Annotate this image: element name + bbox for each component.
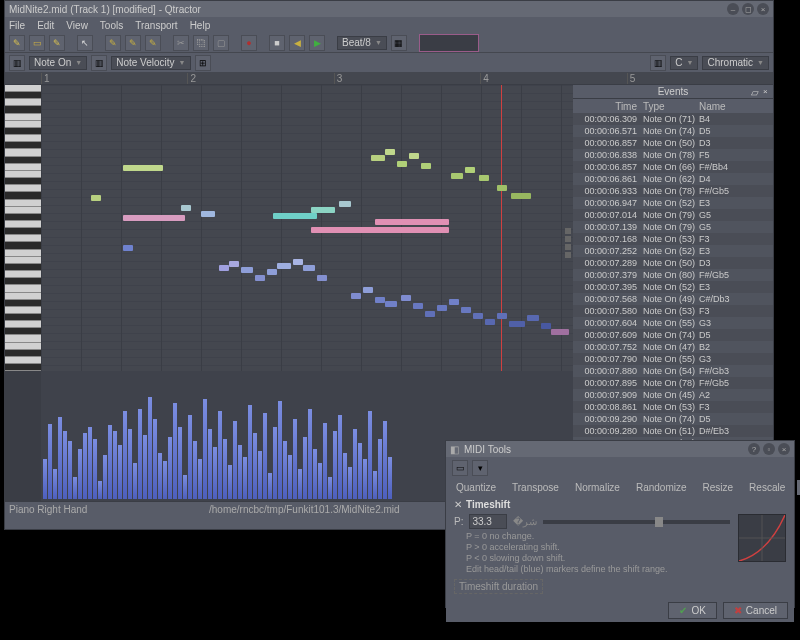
velocity-bar[interactable] (123, 411, 127, 499)
duration-toggle[interactable]: Timeshift duration (454, 579, 543, 594)
velocity-bar[interactable] (373, 471, 377, 499)
velocity-bar[interactable] (298, 469, 302, 499)
velocity-bar[interactable] (278, 401, 282, 499)
event-row[interactable]: 00:00:08.861Note On (53)F3 (573, 401, 773, 413)
midi-note[interactable] (465, 167, 475, 173)
draw-icon[interactable]: ✎ (105, 35, 121, 51)
velocity-bar[interactable] (198, 459, 202, 499)
midi-note[interactable] (123, 215, 185, 221)
panel-close-icon[interactable]: × (763, 87, 773, 97)
scale-select[interactable]: Chromatic▼ (702, 56, 769, 70)
p-input[interactable] (469, 514, 507, 529)
velocity-select[interactable]: Note Velocity▼ (111, 56, 190, 70)
velocity-bar[interactable] (148, 397, 152, 499)
velocity-bar[interactable] (293, 419, 297, 499)
midi-note[interactable] (339, 201, 351, 207)
midi-note[interactable] (401, 295, 411, 301)
midi-note[interactable] (421, 163, 431, 169)
velocity-bar[interactable] (118, 445, 122, 499)
velocity-bar[interactable] (98, 481, 102, 499)
stop-icon[interactable]: ■ (269, 35, 285, 51)
event-row[interactable]: 00:00:06.857Note On (66)F#/Bb4 (573, 161, 773, 173)
velocity-bar[interactable] (263, 413, 267, 499)
velocity-bar[interactable] (283, 441, 287, 499)
zoom-icon[interactable]: ⊞ (195, 55, 211, 71)
event-row[interactable]: 00:00:07.790Note On (55)G3 (573, 353, 773, 365)
velocity-bar[interactable] (83, 433, 87, 499)
midi-note[interactable] (527, 315, 539, 321)
velocity-bar[interactable] (43, 459, 47, 499)
velocity-bar[interactable] (208, 429, 212, 499)
velocity-bar[interactable] (213, 447, 217, 499)
velocity-bar[interactable] (388, 457, 392, 499)
midi-note[interactable] (267, 269, 277, 275)
velocity-bar[interactable] (348, 467, 352, 499)
midi-note[interactable] (551, 329, 569, 335)
select-icon[interactable]: ✎ (145, 35, 161, 51)
tab-rescale[interactable]: Rescale (745, 480, 789, 495)
velocity-bar[interactable] (93, 439, 97, 499)
velocity-bar[interactable] (78, 449, 82, 499)
midi-note[interactable] (479, 175, 489, 181)
velocity-bar[interactable] (243, 457, 247, 499)
save-icon[interactable]: ✎ (49, 35, 65, 51)
velocity-bar[interactable] (313, 449, 317, 499)
filter-icon[interactable]: ▥ (9, 55, 25, 71)
velocity-bar[interactable] (308, 409, 312, 499)
velocity-bar[interactable] (318, 463, 322, 499)
midi-note[interactable] (385, 301, 397, 307)
velocity-bar[interactable] (53, 469, 57, 499)
event-row[interactable]: 00:00:07.379Note On (80)F#/Gb5 (573, 269, 773, 281)
velocity-bar[interactable] (203, 399, 207, 499)
midi-note[interactable] (229, 261, 239, 267)
velocity-bar[interactable] (238, 445, 242, 499)
midi-note[interactable] (497, 313, 507, 319)
midi-note[interactable] (273, 213, 317, 219)
tab-transpose[interactable]: Transpose (508, 480, 563, 495)
play-back-icon[interactable]: ◀ (289, 35, 305, 51)
main-titlebar[interactable]: MidNite2.mid (Track 1) [modified] - Qtra… (5, 1, 773, 17)
section-checkbox[interactable]: ✕ (454, 499, 462, 510)
velocity-bar[interactable] (113, 431, 117, 499)
menu-help[interactable]: Help (190, 20, 211, 31)
spinner-icon[interactable]: �شر (513, 516, 537, 527)
midi-note[interactable] (413, 303, 423, 309)
velocity-bar[interactable] (248, 405, 252, 499)
velocity-bar[interactable] (103, 455, 107, 499)
key-select[interactable]: C▼ (670, 56, 698, 70)
velocity-bar[interactable] (138, 409, 142, 499)
midi-note[interactable] (181, 205, 191, 211)
midi-note[interactable] (541, 323, 551, 329)
midi-note[interactable] (449, 299, 459, 305)
velocity-bar[interactable] (88, 427, 92, 499)
midi-note[interactable] (451, 173, 463, 179)
velocity-bar[interactable] (288, 455, 292, 499)
midi-note[interactable] (375, 297, 385, 303)
pointer-icon[interactable]: ↖ (77, 35, 93, 51)
event-row[interactable]: 00:00:06.838Note On (78)F5 (573, 149, 773, 161)
velocity-bar[interactable] (188, 415, 192, 499)
velocity-bar[interactable] (323, 423, 327, 499)
event-row[interactable]: 00:00:07.252Note On (52)E3 (573, 245, 773, 257)
cancel-button[interactable]: ✖Cancel (723, 602, 788, 619)
record-icon[interactable]: ● (241, 35, 257, 51)
menu-tools[interactable]: Tools (100, 20, 123, 31)
velocity-bar[interactable] (218, 411, 222, 499)
midi-note[interactable] (255, 275, 265, 281)
event-row[interactable]: 00:00:07.580Note On (53)F3 (573, 305, 773, 317)
midi-note[interactable] (219, 265, 229, 271)
copy-icon[interactable]: ⿻ (193, 35, 209, 51)
time-ruler[interactable]: 1 2 3 4 5 (5, 73, 773, 85)
tools-max-icon[interactable]: ▫ (763, 443, 775, 455)
loop-range-display[interactable] (419, 34, 479, 52)
cut-icon[interactable]: ✂ (173, 35, 189, 51)
velocity-bar[interactable] (163, 461, 167, 499)
paste-icon[interactable]: ▢ (213, 35, 229, 51)
event-row[interactable]: 00:00:07.752Note On (47)B2 (573, 341, 773, 353)
velocity-bar[interactable] (383, 421, 387, 499)
tab-randomize[interactable]: Randomize (632, 480, 691, 495)
piano-keyboard[interactable] (5, 85, 41, 371)
midi-note[interactable] (497, 185, 507, 191)
midi-note[interactable] (485, 319, 495, 325)
event-row[interactable]: 00:00:07.395Note On (52)E3 (573, 281, 773, 293)
